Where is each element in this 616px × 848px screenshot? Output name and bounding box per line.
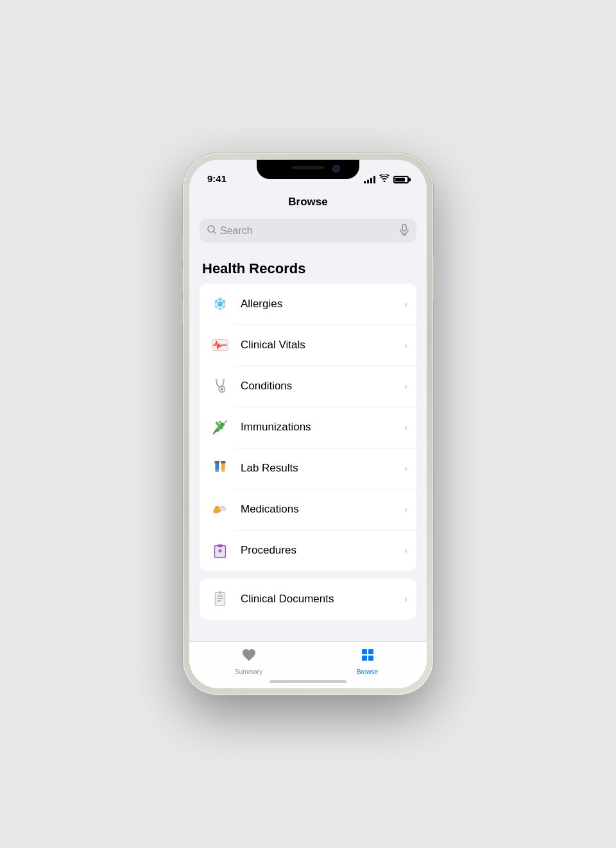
clinical-documents-item[interactable]: Clinical Documents ›	[200, 579, 416, 620]
phone-device: 9:41 Browse	[183, 153, 433, 695]
svg-point-17	[215, 379, 218, 382]
docs-icon	[209, 588, 232, 611]
conditions-icon	[209, 375, 232, 398]
notch	[257, 160, 359, 179]
health-records-title: Health Records	[202, 260, 416, 277]
allergies-label: Allergies	[241, 298, 404, 310]
immunizations-label: Immunizations	[241, 421, 404, 434]
summary-tab-label: Summary	[235, 668, 262, 675]
status-icons	[364, 174, 409, 184]
tab-browse[interactable]: Browse	[308, 647, 427, 675]
svg-point-16	[220, 387, 223, 391]
search-container: Search	[189, 214, 427, 250]
screen-content: Browse Search	[189, 188, 427, 688]
svg-rect-2	[402, 225, 406, 231]
svg-point-13	[219, 303, 221, 305]
conditions-chevron: ›	[404, 381, 407, 391]
allergies-item[interactable]: Allergies ›	[200, 284, 416, 325]
scroll-content: Health Records	[189, 250, 427, 641]
svg-rect-43	[368, 649, 373, 654]
battery-icon	[393, 176, 409, 183]
status-time: 9:41	[207, 173, 227, 184]
svg-rect-45	[368, 656, 373, 661]
lab-results-label: Lab Results	[241, 462, 404, 475]
summary-tab-icon	[241, 647, 257, 666]
svg-rect-37	[215, 593, 225, 606]
immunizations-item[interactable]: Immunizations ›	[200, 407, 416, 448]
procedures-item[interactable]: Procedures ›	[200, 530, 416, 571]
clinical-documents-label: Clinical Documents	[241, 593, 404, 606]
search-placeholder: Search	[220, 225, 396, 237]
search-bar[interactable]: Search	[200, 219, 416, 242]
health-records-card: Allergies › Clinical Vitals ›	[200, 284, 416, 571]
clinical-vitals-label: Clinical Vitals	[241, 339, 404, 352]
svg-rect-34	[218, 545, 223, 548]
procedures-label: Procedures	[241, 544, 404, 557]
svg-point-7	[222, 300, 226, 303]
nav-title: Browse	[189, 188, 427, 214]
browse-tab-icon	[360, 647, 375, 666]
vitals-icon	[209, 334, 232, 357]
phone-screen: 9:41 Browse	[189, 160, 427, 688]
svg-rect-36	[219, 549, 221, 553]
clinical-documents-card: Clinical Documents ›	[200, 579, 416, 620]
immunizations-chevron: ›	[404, 422, 407, 432]
immunizations-icon	[209, 416, 232, 439]
svg-rect-29	[215, 461, 220, 464]
wifi-icon	[379, 174, 389, 184]
medications-icon	[209, 498, 232, 521]
allergies-icon	[209, 293, 232, 316]
svg-rect-44	[362, 656, 367, 661]
svg-line-23	[225, 421, 227, 423]
camera	[332, 165, 340, 173]
svg-point-9	[218, 307, 222, 311]
browse-tab-label: Browse	[357, 668, 378, 675]
svg-rect-41	[219, 591, 221, 594]
signal-icon	[364, 176, 375, 183]
clinical-documents-chevron: ›	[404, 594, 407, 604]
allergies-chevron: ›	[404, 299, 407, 309]
svg-point-18	[223, 379, 225, 382]
svg-rect-28	[221, 469, 225, 472]
lab-icon	[209, 457, 232, 480]
svg-rect-42	[362, 649, 367, 654]
medications-label: Medications	[241, 503, 404, 516]
conditions-label: Conditions	[241, 380, 404, 393]
search-icon	[207, 225, 216, 236]
svg-line-1	[214, 232, 216, 234]
svg-point-11	[215, 300, 219, 303]
medications-item[interactable]: Medications ›	[200, 489, 416, 530]
svg-point-8	[222, 305, 226, 309]
lab-results-item[interactable]: Lab Results ›	[200, 448, 416, 489]
medications-chevron: ›	[404, 504, 407, 514]
svg-point-10	[215, 305, 219, 309]
procedures-icon	[209, 539, 232, 562]
lab-results-chevron: ›	[404, 463, 407, 473]
svg-rect-26	[215, 469, 219, 472]
home-indicator	[270, 680, 346, 683]
svg-rect-30	[221, 461, 226, 464]
vitals-chevron: ›	[404, 340, 407, 350]
microphone-icon[interactable]	[400, 224, 409, 237]
tab-summary[interactable]: Summary	[189, 647, 308, 675]
procedures-chevron: ›	[404, 545, 407, 555]
speaker	[292, 166, 324, 169]
svg-point-6	[218, 298, 222, 301]
clinical-vitals-item[interactable]: Clinical Vitals ›	[200, 325, 416, 366]
conditions-item[interactable]: Conditions ›	[200, 366, 416, 407]
